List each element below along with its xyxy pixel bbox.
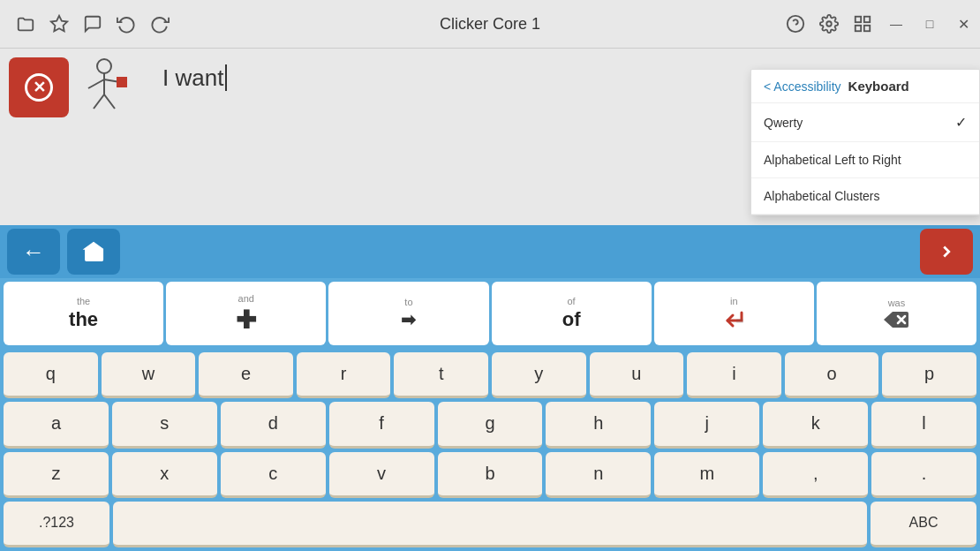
key-e[interactable]: e — [199, 352, 293, 398]
x-icon: ✕ — [25, 73, 53, 102]
titlebar: Clicker Core 1 — □ ✕ — [0, 0, 980, 49]
svg-rect-5 — [864, 17, 870, 22]
app-title: Clicker Core 1 — [440, 15, 540, 34]
home-button[interactable] — [67, 229, 120, 275]
chat-icon[interactable] — [81, 12, 104, 35]
svg-marker-0 — [51, 16, 67, 31]
key-m[interactable]: m — [654, 452, 759, 498]
minimize-button[interactable]: — — [879, 0, 913, 49]
keyboard-bottom-row: .?123 ABC — [4, 502, 976, 547]
suggestion-to-content: ➡ — [401, 309, 416, 330]
suggestion-was-content — [882, 310, 910, 329]
key-v[interactable]: v — [329, 452, 434, 498]
keyboard-row-2: a s d f g h j k l — [4, 402, 976, 448]
suggestion-the-label: the — [77, 296, 90, 306]
suggestion-of-label: of — [568, 296, 576, 306]
suggestion-the-content: the — [69, 308, 98, 331]
key-y[interactable]: y — [492, 352, 586, 398]
abc-key[interactable]: ABC — [871, 502, 976, 547]
close-window-button[interactable]: ✕ — [946, 0, 980, 49]
dropdown-item-alpha-ltr[interactable]: Alphabetical Left to Right — [751, 142, 979, 178]
suggestion-was[interactable]: was — [817, 282, 976, 345]
key-x[interactable]: x — [112, 452, 217, 498]
dropdown-item-qwerty-check: ✓ — [955, 114, 967, 131]
maximize-button[interactable]: □ — [913, 0, 946, 49]
keyboard-dropdown: < Accessibility Keyboard Qwerty ✓ Alphab… — [750, 69, 980, 215]
svg-point-8 — [97, 59, 111, 73]
svg-rect-6 — [856, 26, 861, 31]
text-content: I want — [162, 64, 223, 92]
settings-icon[interactable] — [812, 0, 846, 49]
key-n[interactable]: n — [546, 452, 651, 498]
svg-rect-4 — [856, 17, 861, 22]
help-icon[interactable] — [779, 0, 812, 49]
folder-icon[interactable] — [14, 12, 37, 35]
suggestion-in-label: in — [730, 296, 738, 306]
keyboard: q w e r t y u i o p a s d f g h j k l z … — [0, 349, 980, 551]
key-k[interactable]: k — [763, 402, 868, 448]
suggestion-in[interactable]: in — [654, 282, 814, 345]
keyboard-row-3: z x c v b n m , . — [4, 452, 976, 498]
svg-rect-7 — [864, 26, 870, 31]
suggestion-in-content — [720, 308, 747, 331]
key-c[interactable]: c — [221, 452, 326, 498]
key-h[interactable]: h — [546, 402, 651, 448]
dropdown-back-button[interactable]: < Accessibility — [764, 79, 841, 94]
key-u[interactable]: u — [590, 352, 684, 398]
key-a[interactable]: a — [4, 402, 109, 448]
key-t[interactable]: t — [394, 352, 488, 398]
key-l[interactable]: l — [871, 402, 976, 448]
navbar: ← — [0, 225, 980, 278]
svg-rect-15 — [736, 319, 743, 323]
forward-button[interactable] — [920, 229, 973, 275]
suggestion-of-content: of — [562, 308, 581, 331]
svg-line-13 — [104, 94, 115, 109]
numbers-key[interactable]: .?123 — [4, 502, 109, 547]
star-icon[interactable] — [48, 12, 71, 35]
dropdown-item-qwerty[interactable]: Qwerty ✓ — [751, 103, 979, 142]
key-s[interactable]: s — [112, 402, 217, 448]
undo-icon[interactable] — [115, 12, 138, 35]
key-g[interactable]: g — [438, 402, 543, 448]
key-comma[interactable]: , — [763, 452, 868, 498]
key-period[interactable]: . — [871, 452, 976, 498]
back-icon: ← — [22, 238, 45, 266]
key-d[interactable]: d — [221, 402, 326, 448]
suggestion-of[interactable]: of of — [492, 282, 652, 345]
key-o[interactable]: o — [785, 352, 879, 398]
dropdown-item-alpha-clusters[interactable]: Alphabetical Clusters — [751, 178, 979, 215]
svg-rect-14 — [117, 77, 127, 87]
suggestion-and-label: and — [238, 293, 254, 304]
dropdown-item-alpha-ltr-label: Alphabetical Left to Right — [764, 153, 901, 167]
suggestion-to[interactable]: to ➡ — [328, 282, 488, 345]
key-i[interactable]: i — [687, 352, 781, 398]
redo-icon[interactable] — [148, 12, 171, 35]
key-z[interactable]: z — [4, 452, 109, 498]
svg-line-10 — [88, 79, 104, 88]
figure-area — [69, 57, 139, 117]
suggestion-and[interactable]: and ✚ — [166, 282, 326, 345]
grid-icon[interactable] — [846, 0, 879, 49]
key-p[interactable]: p — [882, 352, 976, 398]
dropdown-item-qwerty-label: Qwerty — [764, 116, 803, 130]
suggestion-and-content: ✚ — [236, 306, 256, 335]
suggestions-bar: the the and ✚ to ➡ of of in was — [0, 278, 980, 349]
clear-button[interactable]: ✕ — [9, 57, 69, 117]
key-r[interactable]: r — [297, 352, 391, 398]
suggestion-was-label: was — [888, 298, 906, 308]
text-cursor — [225, 64, 227, 91]
key-f[interactable]: f — [329, 402, 434, 448]
titlebar-left-icons — [0, 12, 171, 35]
key-b[interactable]: b — [438, 452, 543, 498]
key-w[interactable]: w — [102, 352, 196, 398]
keyboard-row-1: q w e r t y u i o p — [4, 352, 976, 398]
key-j[interactable]: j — [654, 402, 759, 448]
key-q[interactable]: q — [4, 352, 98, 398]
back-button[interactable]: ← — [7, 229, 60, 275]
svg-point-3 — [826, 21, 832, 26]
suggestion-to-label: to — [404, 297, 412, 307]
suggestion-the[interactable]: the the — [4, 282, 163, 345]
dropdown-item-alpha-clusters-label: Alphabetical Clusters — [764, 189, 880, 203]
dropdown-title: Keyboard — [848, 79, 909, 94]
space-key[interactable] — [113, 502, 867, 547]
